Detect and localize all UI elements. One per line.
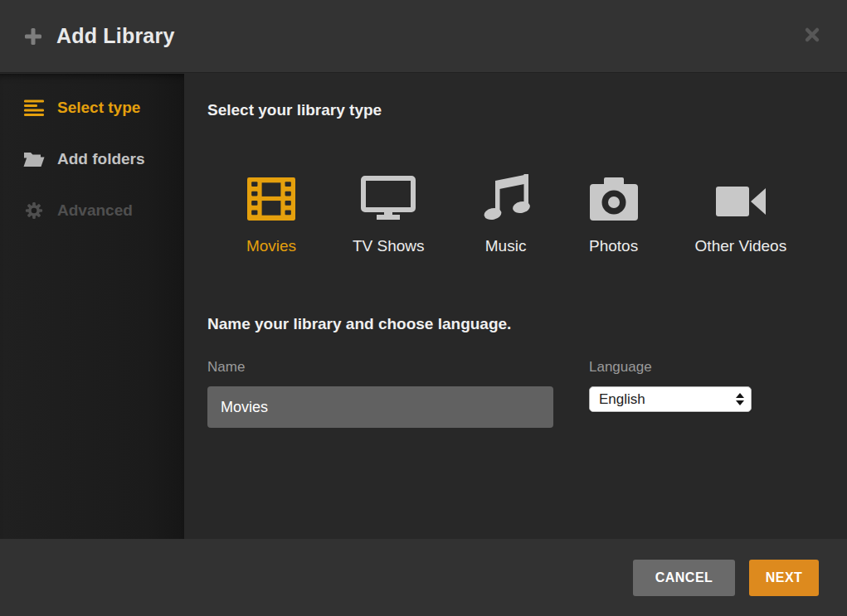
- language-select[interactable]: English: [589, 386, 752, 412]
- name-field-label: Name: [207, 359, 553, 376]
- library-type-label: Photos: [589, 237, 638, 255]
- gear-icon: [23, 201, 45, 220]
- cancel-button[interactable]: CANCEL: [633, 560, 735, 596]
- library-type-label: Other Videos: [695, 237, 787, 255]
- camera-icon: [589, 171, 639, 221]
- library-type-photos[interactable]: Photos: [587, 171, 640, 255]
- dialog-footer: CANCEL NEXT: [0, 539, 847, 616]
- plus-icon: [23, 27, 43, 46]
- dialog-body: Select your library type: [184, 74, 847, 539]
- name-language-fields: Name Language English: [207, 359, 847, 428]
- sidebar-item-add-folders[interactable]: Add folders: [0, 133, 184, 185]
- name-section-heading: Name your library and choose language.: [207, 315, 847, 333]
- sidebar-item-label: Advanced: [57, 201, 133, 220]
- video-camera-icon: [714, 171, 767, 221]
- language-selected-value: English: [599, 391, 736, 408]
- sidebar-item-label: Select type: [57, 99, 140, 117]
- next-button[interactable]: NEXT: [749, 560, 819, 596]
- language-field-label: Language: [589, 359, 752, 376]
- library-type-label: Movies: [246, 237, 296, 255]
- type-section-heading: Select your library type: [207, 101, 847, 119]
- library-type-movies[interactable]: Movies: [245, 171, 298, 255]
- tv-icon: [361, 171, 416, 221]
- library-type-label: TV Shows: [353, 237, 425, 255]
- close-icon[interactable]: [799, 22, 825, 48]
- list-lines-icon: [23, 99, 45, 116]
- select-stepper-icon: [736, 393, 744, 405]
- sidebar-item-label: Add folders: [57, 150, 145, 168]
- library-type-label: Music: [485, 237, 527, 255]
- library-type-tv-shows[interactable]: TV Shows: [353, 171, 425, 255]
- music-note-icon: [482, 171, 530, 221]
- dialog-header: Add Library: [0, 0, 847, 73]
- folder-open-icon: [23, 151, 45, 167]
- filmstrip-icon: [247, 171, 295, 221]
- sidebar-item-advanced: Advanced: [0, 185, 184, 236]
- library-type-music[interactable]: Music: [479, 171, 533, 255]
- sidebar-item-select-type[interactable]: Select type: [0, 82, 184, 133]
- wizard-steps-sidebar: Select type Add folders Advanc: [0, 74, 184, 539]
- dialog-title: Add Library: [56, 24, 175, 48]
- library-type-other-videos[interactable]: Other Videos: [695, 171, 787, 255]
- library-name-input[interactable]: [207, 386, 553, 428]
- library-type-picker: Movies TV Shows: [207, 171, 847, 255]
